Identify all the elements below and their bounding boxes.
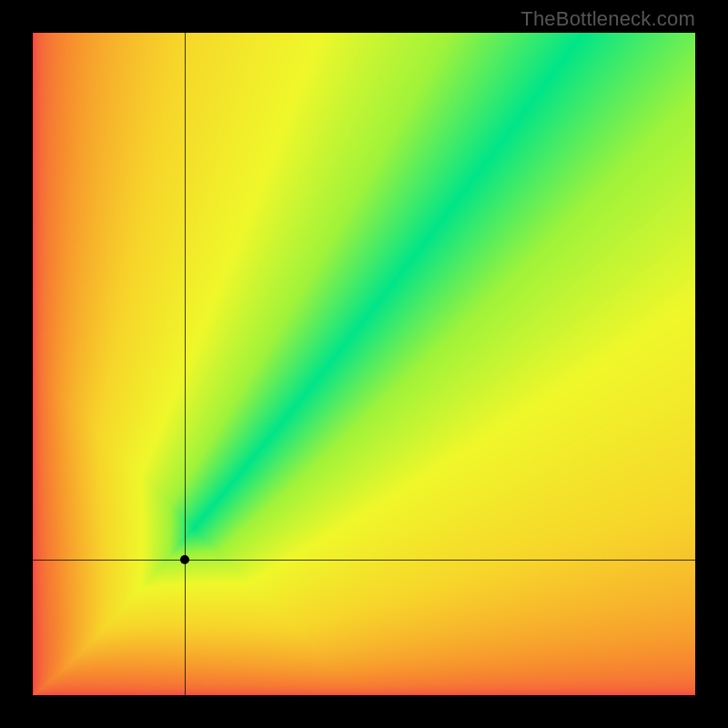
chart-frame: TheBottleneck.com	[0, 0, 728, 728]
plot-area	[33, 33, 695, 695]
crosshair-horizontal	[33, 560, 695, 561]
marker-dot	[180, 555, 189, 564]
crosshair-vertical	[185, 33, 186, 695]
heatmap-canvas	[33, 33, 695, 695]
watermark-text: TheBottleneck.com	[521, 7, 695, 31]
